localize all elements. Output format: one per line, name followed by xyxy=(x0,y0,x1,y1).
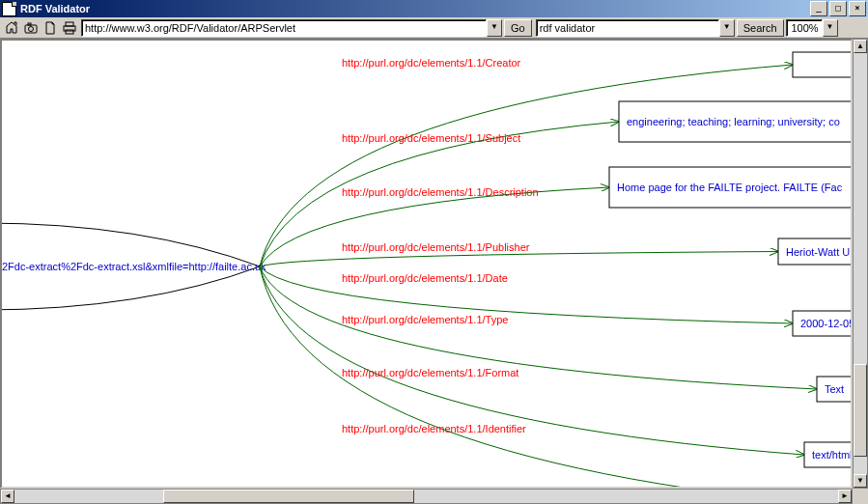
edge-label: http://purl.org/dc/elements/1.1/Type xyxy=(342,314,508,325)
graph-node-value: Home page for the FAILTE project. FAILTE… xyxy=(617,182,843,193)
edge-label: http://purl.org/dc/elements/1.1/Descript… xyxy=(342,186,539,198)
graph-node-value: text/html xyxy=(812,449,851,461)
zoom-input[interactable] xyxy=(786,19,823,37)
document-icon xyxy=(2,2,16,16)
graph-node-value: 2000-12-05 xyxy=(800,318,851,329)
horizontal-scrollbar[interactable]: ◄ ► xyxy=(0,489,853,504)
search-button[interactable]: Search xyxy=(737,19,784,37)
scroll-up-button[interactable]: ▲ xyxy=(854,40,867,53)
graph-node-value: Heriot-Watt Unive xyxy=(786,246,851,258)
edge-label: http://purl.org/dc/elements/1.1/Subject xyxy=(342,132,520,144)
titlebar[interactable]: RDF Validator _ □ × xyxy=(0,0,868,17)
graph-node-value: engineering; teaching; learning; univers… xyxy=(627,116,840,127)
scrollbar-corner xyxy=(853,489,868,504)
svg-rect-1 xyxy=(28,23,31,25)
edge-label: http://purl.org/dc/elements/1.1/Format xyxy=(342,367,518,378)
window-title: RDF Validator xyxy=(20,3,90,14)
search-input[interactable] xyxy=(536,19,719,37)
horizontal-scroll-thumb[interactable] xyxy=(163,490,414,503)
edge-label: http://purl.org/dc/elements/1.1/Date xyxy=(342,272,508,284)
svg-rect-3 xyxy=(66,22,73,26)
search-dropdown-button[interactable]: ▼ xyxy=(719,19,735,37)
url-dropdown-button[interactable]: ▼ xyxy=(487,19,502,37)
go-button[interactable]: Go xyxy=(504,19,532,37)
graph-edge xyxy=(260,65,793,266)
close-button[interactable]: × xyxy=(849,1,866,16)
document-icon-btn[interactable] xyxy=(42,20,58,36)
graph-edge xyxy=(260,266,793,323)
print-icon[interactable] xyxy=(62,20,77,36)
camera-icon[interactable] xyxy=(23,20,39,36)
scroll-right-button[interactable]: ► xyxy=(838,490,852,503)
graph-edge xyxy=(260,252,778,267)
scroll-down-button[interactable]: ▼ xyxy=(854,474,867,488)
edge-label: http://purl.org/dc/elements/1.1/Publishe… xyxy=(342,241,530,253)
url-input[interactable] xyxy=(81,19,487,37)
scroll-left-button[interactable]: ◄ xyxy=(1,490,14,503)
vertical-scroll-thumb[interactable] xyxy=(854,364,867,457)
svg-point-2 xyxy=(29,26,34,31)
toolbar: ▼ Go ▼ Search ▼ xyxy=(0,17,868,39)
minimize-button[interactable]: _ xyxy=(810,1,827,16)
maximize-button[interactable]: □ xyxy=(829,1,847,16)
graph-edge xyxy=(260,187,609,266)
source-node-label: 2Fdc-extract%2Fdc-extract.xsl&xmlfile=ht… xyxy=(2,261,266,272)
edge-label: http://purl.org/dc/elements/1.1/Identifi… xyxy=(342,423,526,434)
edge-label: http://purl.org/dc/elements/1.1/Creator xyxy=(342,57,521,69)
graph-node-value: Text xyxy=(825,383,844,395)
graph-node-box xyxy=(793,52,851,77)
graph-viewport[interactable]: 2Fdc-extract%2Fdc-extract.xsl&xmlfile=ht… xyxy=(0,39,853,489)
zoom-dropdown-button[interactable]: ▼ xyxy=(823,19,838,37)
home-icon[interactable] xyxy=(4,20,19,36)
vertical-scrollbar[interactable]: ▲ ▼ xyxy=(853,39,868,489)
